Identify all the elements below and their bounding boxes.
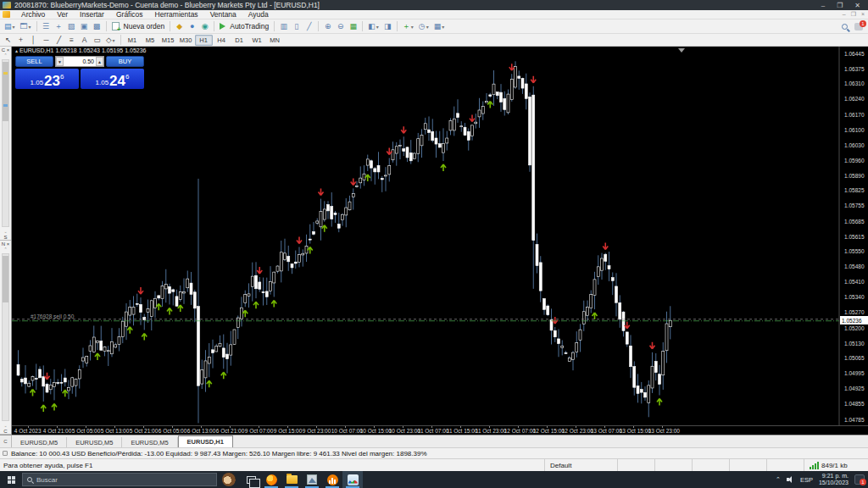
terminal-balance-bar: Balance: 10 000.43 USD Beneficio/Pérdida… — [0, 447, 868, 458]
tray-chevron-icon[interactable]: ⌃ — [776, 476, 781, 483]
doc-restore-icon[interactable]: ❐ — [851, 11, 856, 18]
buy-price-button[interactable]: 1.05 24 6 — [81, 69, 144, 89]
chart-shift-button[interactable]: ◧▾ — [365, 20, 381, 32]
terminal-panel-button[interactable]: ▣ — [78, 20, 91, 32]
candlestick-chart[interactable] — [12, 47, 867, 425]
text-tool-button[interactable]: A — [78, 34, 91, 46]
menu-item-ayuda[interactable]: Ayuda — [242, 10, 275, 19]
timeframe-m30[interactable]: M30 — [177, 35, 195, 46]
community-button[interactable]: ◉ — [198, 20, 211, 32]
experts-button[interactable]: ● — [186, 20, 198, 32]
menu-item-ver[interactable]: Ver — [51, 10, 74, 19]
start-button[interactable] — [0, 471, 22, 488]
strategy-tester-button[interactable]: ▩ — [91, 20, 103, 32]
speaker-icon[interactable] — [787, 476, 794, 483]
photos-app-icon[interactable] — [302, 471, 322, 488]
status-help-text: Para obtener ayuda, pulse F1 — [0, 462, 544, 469]
label-tool-button[interactable]: ▭ — [91, 34, 103, 46]
timeframe-mn[interactable]: MN — [266, 35, 284, 46]
metaeditor-icon: ◆ — [176, 22, 182, 30]
menu-item-ventana[interactable]: Ventana — [204, 10, 242, 19]
profiles-button[interactable]: 🗔▾ — [18, 20, 34, 32]
timeframe-m5[interactable]: M5 — [142, 35, 159, 46]
autotrading-button[interactable]: AutoTrading — [217, 20, 271, 32]
menu-item-insertar[interactable]: Insertar — [74, 10, 110, 19]
navigator-button[interactable]: ▧ — [65, 20, 78, 32]
timeframe-h1[interactable]: H1 — [195, 35, 213, 46]
collapsed-market-watch[interactable]: C ×⌃ ⌄S — [0, 47, 11, 241]
volume-decrease-icon[interactable]: ▼ — [56, 57, 64, 66]
chart-tab-1[interactable]: EURUSD,M5 — [67, 437, 122, 447]
timeframe-m1[interactable]: M1 — [124, 35, 142, 46]
profile-selector[interactable]: Default — [544, 459, 617, 471]
trading-app-icon[interactable] — [322, 471, 342, 488]
shapes-tool-button[interactable]: ◇▾ — [103, 34, 118, 46]
taskbar-search-input[interactable]: Buscar — [22, 473, 217, 486]
zoom-in-button[interactable]: ⊕ — [321, 20, 334, 32]
restore-icon[interactable]: ❐ — [837, 2, 843, 9]
tile-windows-icon: ▦ — [349, 22, 357, 30]
zoom-out-button[interactable]: ⊖ — [334, 20, 347, 32]
sell-price-small: 1.05 — [31, 79, 44, 86]
close-icon[interactable]: ✕ — [854, 2, 860, 9]
volume-value[interactable]: 0.50 — [64, 58, 96, 64]
menu-item-archivo[interactable]: Archivo — [15, 10, 51, 19]
horizontal-line-tool-button[interactable]: ─ — [40, 34, 53, 46]
doc-minimize-icon[interactable]: – — [843, 11, 846, 18]
candle-chart-icon: ▯ — [294, 22, 298, 30]
chart-tab-2[interactable]: EURUSD,M5 — [122, 437, 177, 447]
timeframe-h4[interactable]: H4 — [213, 35, 231, 46]
chart-tab-3[interactable]: EURUSD,H1 — [178, 435, 233, 447]
chart-area[interactable]: ▴EURUSD,H1 1.05218 1.05243 1.05195 1.052… — [12, 47, 868, 435]
navigator-scrollbar[interactable] — [2, 253, 9, 421]
trendline-tool-button[interactable]: ╱ — [53, 34, 65, 46]
collapsed-navigator[interactable]: N ×⌃ ⌄C — [0, 241, 11, 435]
minimize-icon[interactable]: – — [821, 2, 825, 9]
volume-stepper[interactable]: ▼ 0.50 ▲ — [55, 56, 104, 67]
new-chart-button[interactable]: ▤▾ — [2, 20, 18, 32]
auto-scroll-button[interactable]: ◨ — [381, 20, 394, 32]
line-chart-button[interactable]: ╱ — [303, 20, 315, 32]
bar-chart-button[interactable]: ▥ — [277, 20, 290, 32]
timeframe-d1[interactable]: D1 — [231, 35, 248, 46]
volume-increase-icon[interactable]: ▲ — [96, 57, 103, 66]
task-view-button[interactable] — [241, 471, 261, 488]
notification-center-icon[interactable] — [854, 474, 865, 485]
tile-windows-button[interactable]: ▦ — [347, 20, 359, 32]
search-icon[interactable] — [842, 24, 848, 30]
candle-chart-button[interactable]: ▯ — [290, 20, 303, 32]
data-window-button[interactable]: ＋ — [53, 20, 65, 32]
sell-price-button[interactable]: 1.05 23 6 — [15, 69, 79, 89]
firefox-icon[interactable] — [261, 471, 281, 488]
clock[interactable]: 9:21 p. m.15/10/2023 — [819, 473, 849, 486]
timeframe-m15[interactable]: M15 — [159, 35, 177, 46]
fibonacci-tool-button[interactable]: ≡ — [65, 34, 78, 46]
workspace: C ×⌃ ⌄S N ×⌃ ⌄C ▴EURUSD,H1 1.05218 1.052… — [0, 47, 868, 435]
metaeditor-button[interactable]: ◆ — [173, 20, 186, 32]
time-axis-label: 10 Oct 15:00 — [360, 428, 392, 434]
search-highlight-image[interactable] — [222, 473, 236, 486]
new-order-button[interactable]: Nueva orden — [109, 20, 168, 32]
metatrader-icon[interactable] — [342, 471, 363, 488]
search-placeholder: Buscar — [36, 476, 58, 484]
vertical-line-tool-button[interactable]: │ — [27, 34, 40, 46]
language-indicator[interactable]: ESP — [800, 476, 813, 484]
notifications-icon[interactable] — [854, 23, 863, 30]
indicators-button[interactable]: ＋▾ — [400, 20, 416, 32]
market-watch-button[interactable]: ☰ — [40, 20, 53, 32]
file-explorer-icon[interactable] — [281, 471, 302, 488]
buy-button[interactable]: BUY — [106, 56, 144, 67]
standard-toolbar: ▤▾🗔▾ ☰＋▧▣▩ Nueva orden ◆●◉ AutoTrading ▥… — [0, 19, 868, 34]
chart-shift-marker[interactable] — [678, 48, 685, 53]
market-watch-scrollbar[interactable] — [2, 59, 9, 227]
cursor-tool-button[interactable]: ↖ — [2, 34, 14, 46]
templates-button[interactable]: ▦▾ — [431, 20, 448, 32]
menu-item-herramientas[interactable]: Herramientas — [149, 10, 204, 19]
chart-tab-0[interactable]: EURUSD,M5 — [12, 437, 67, 447]
periods-button[interactable]: ◷▾ — [416, 20, 431, 32]
crosshair-tool-button[interactable]: ＋ — [14, 34, 27, 46]
sell-button[interactable]: SELL — [15, 56, 53, 67]
doc-close-icon[interactable]: × — [861, 11, 865, 18]
menu-item-gráficos[interactable]: Gráficos — [110, 10, 149, 19]
timeframe-w1[interactable]: W1 — [248, 35, 266, 46]
